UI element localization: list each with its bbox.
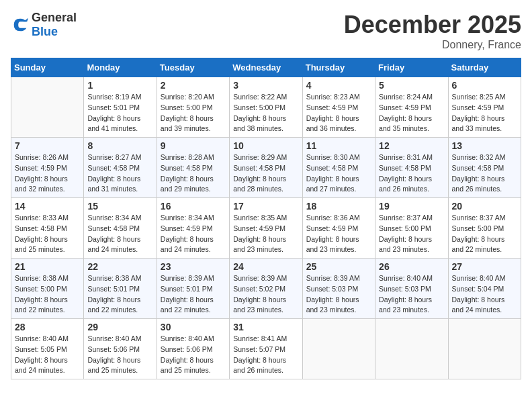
day-number: 22 xyxy=(87,261,152,272)
calendar-day-cell: 1Sunrise: 8:19 AMSunset: 5:01 PMDaylight… xyxy=(84,77,157,138)
day-number: 3 xyxy=(233,80,298,91)
day-info: Sunrise: 8:38 AMSunset: 5:00 PMDaylight:… xyxy=(15,273,80,316)
calendar-day-cell: 31Sunrise: 8:41 AMSunset: 5:07 PMDayligh… xyxy=(230,319,302,379)
day-number: 1 xyxy=(87,80,152,91)
calendar-week-row: 7Sunrise: 8:26 AMSunset: 4:59 PMDaylight… xyxy=(11,138,521,198)
day-number: 25 xyxy=(306,261,371,272)
calendar-day-cell: 14Sunrise: 8:33 AMSunset: 4:58 PMDayligh… xyxy=(11,198,84,259)
day-info: Sunrise: 8:39 AMSunset: 5:02 PMDaylight:… xyxy=(233,273,298,316)
logo: General Blue xyxy=(11,11,77,39)
calendar-day-cell: 11Sunrise: 8:30 AMSunset: 4:58 PMDayligh… xyxy=(302,138,375,198)
day-number: 5 xyxy=(379,80,444,91)
calendar-day-cell: 6Sunrise: 8:25 AMSunset: 4:59 PMDaylight… xyxy=(448,77,521,138)
day-info: Sunrise: 8:25 AMSunset: 4:59 PMDaylight:… xyxy=(452,92,517,134)
day-number: 29 xyxy=(87,322,152,332)
day-number: 9 xyxy=(161,140,226,151)
location-title: Donnery, France xyxy=(344,39,521,51)
title-section: December 2025 Donnery, France xyxy=(344,11,521,51)
day-info: Sunrise: 8:39 AMSunset: 5:03 PMDaylight:… xyxy=(306,273,371,316)
day-info: Sunrise: 8:37 AMSunset: 5:00 PMDaylight:… xyxy=(452,213,517,255)
calendar-day-cell xyxy=(11,77,84,138)
day-number: 20 xyxy=(452,201,517,212)
logo-blue-text: Blue xyxy=(32,25,58,38)
calendar-day-cell: 22Sunrise: 8:38 AMSunset: 5:01 PMDayligh… xyxy=(84,259,157,319)
calendar-week-row: 28Sunrise: 8:40 AMSunset: 5:05 PMDayligh… xyxy=(11,319,521,379)
day-number: 4 xyxy=(306,80,371,91)
month-title: December 2025 xyxy=(344,11,521,39)
calendar-day-cell: 7Sunrise: 8:26 AMSunset: 4:59 PMDaylight… xyxy=(11,138,84,198)
day-number: 17 xyxy=(233,201,298,212)
calendar-day-cell: 30Sunrise: 8:40 AMSunset: 5:06 PMDayligh… xyxy=(157,319,229,379)
day-info: Sunrise: 8:29 AMSunset: 4:58 PMDaylight:… xyxy=(233,152,298,195)
calendar-day-cell: 2Sunrise: 8:20 AMSunset: 5:00 PMDaylight… xyxy=(157,77,229,138)
calendar-day-cell: 27Sunrise: 8:40 AMSunset: 5:04 PMDayligh… xyxy=(448,259,521,319)
day-number: 27 xyxy=(452,261,517,272)
calendar-day-cell: 21Sunrise: 8:38 AMSunset: 5:00 PMDayligh… xyxy=(11,259,84,319)
calendar-day-cell: 25Sunrise: 8:39 AMSunset: 5:03 PMDayligh… xyxy=(302,259,375,319)
day-info: Sunrise: 8:28 AMSunset: 4:58 PMDaylight:… xyxy=(161,152,226,195)
day-info: Sunrise: 8:24 AMSunset: 4:59 PMDaylight:… xyxy=(379,92,444,134)
calendar-day-cell: 17Sunrise: 8:35 AMSunset: 4:59 PMDayligh… xyxy=(230,198,302,259)
day-number: 6 xyxy=(452,80,517,91)
calendar-day-cell: 5Sunrise: 8:24 AMSunset: 4:59 PMDaylight… xyxy=(375,77,448,138)
day-info: Sunrise: 8:27 AMSunset: 4:58 PMDaylight:… xyxy=(87,152,152,195)
day-info: Sunrise: 8:40 AMSunset: 5:06 PMDaylight:… xyxy=(87,334,152,376)
calendar-day-cell: 9Sunrise: 8:28 AMSunset: 4:58 PMDaylight… xyxy=(157,138,229,198)
day-info: Sunrise: 8:40 AMSunset: 5:05 PMDaylight:… xyxy=(15,334,80,376)
calendar-weekday-saturday: Saturday xyxy=(448,58,521,77)
day-number: 16 xyxy=(161,201,226,212)
logo-general-text: General xyxy=(32,11,77,24)
calendar-week-row: 1Sunrise: 8:19 AMSunset: 5:01 PMDaylight… xyxy=(11,77,521,138)
calendar-day-cell: 4Sunrise: 8:23 AMSunset: 4:59 PMDaylight… xyxy=(302,77,375,138)
day-info: Sunrise: 8:34 AMSunset: 4:58 PMDaylight:… xyxy=(87,213,152,255)
day-info: Sunrise: 8:40 AMSunset: 5:03 PMDaylight:… xyxy=(379,273,444,316)
day-number: 7 xyxy=(15,140,80,151)
calendar-table: SundayMondayTuesdayWednesdayThursdayFrid… xyxy=(11,58,521,379)
day-number: 26 xyxy=(379,261,444,272)
day-info: Sunrise: 8:39 AMSunset: 5:01 PMDaylight:… xyxy=(161,273,226,316)
calendar-week-row: 14Sunrise: 8:33 AMSunset: 4:58 PMDayligh… xyxy=(11,198,521,259)
calendar-day-cell: 24Sunrise: 8:39 AMSunset: 5:02 PMDayligh… xyxy=(230,259,302,319)
day-info: Sunrise: 8:32 AMSunset: 4:58 PMDaylight:… xyxy=(452,152,517,195)
day-info: Sunrise: 8:34 AMSunset: 4:59 PMDaylight:… xyxy=(161,213,226,255)
day-number: 15 xyxy=(87,201,152,212)
day-number: 21 xyxy=(15,261,80,272)
calendar-day-cell: 16Sunrise: 8:34 AMSunset: 4:59 PMDayligh… xyxy=(157,198,229,259)
day-info: Sunrise: 8:36 AMSunset: 4:59 PMDaylight:… xyxy=(306,213,371,255)
day-info: Sunrise: 8:40 AMSunset: 5:06 PMDaylight:… xyxy=(161,334,226,376)
calendar-day-cell xyxy=(302,319,375,379)
day-info: Sunrise: 8:33 AMSunset: 4:58 PMDaylight:… xyxy=(15,213,80,255)
calendar-weekday-sunday: Sunday xyxy=(11,58,84,77)
calendar-day-cell: 23Sunrise: 8:39 AMSunset: 5:01 PMDayligh… xyxy=(157,259,229,319)
day-number: 31 xyxy=(233,322,298,332)
calendar-day-cell: 20Sunrise: 8:37 AMSunset: 5:00 PMDayligh… xyxy=(448,198,521,259)
day-info: Sunrise: 8:30 AMSunset: 4:58 PMDaylight:… xyxy=(306,152,371,195)
calendar-weekday-wednesday: Wednesday xyxy=(230,58,302,77)
day-number: 2 xyxy=(161,80,226,91)
calendar-day-cell: 8Sunrise: 8:27 AMSunset: 4:58 PMDaylight… xyxy=(84,138,157,198)
calendar-day-cell: 13Sunrise: 8:32 AMSunset: 4:58 PMDayligh… xyxy=(448,138,521,198)
day-info: Sunrise: 8:31 AMSunset: 4:58 PMDaylight:… xyxy=(379,152,444,195)
calendar-day-cell: 19Sunrise: 8:37 AMSunset: 5:00 PMDayligh… xyxy=(375,198,448,259)
day-number: 8 xyxy=(87,140,152,151)
day-info: Sunrise: 8:20 AMSunset: 5:00 PMDaylight:… xyxy=(161,92,226,134)
day-info: Sunrise: 8:26 AMSunset: 4:59 PMDaylight:… xyxy=(15,152,80,195)
calendar-day-cell: 29Sunrise: 8:40 AMSunset: 5:06 PMDayligh… xyxy=(84,319,157,379)
day-number: 13 xyxy=(452,140,517,151)
calendar-weekday-tuesday: Tuesday xyxy=(157,58,229,77)
calendar-weekday-thursday: Thursday xyxy=(302,58,375,77)
day-info: Sunrise: 8:35 AMSunset: 4:59 PMDaylight:… xyxy=(233,213,298,255)
calendar-week-row: 21Sunrise: 8:38 AMSunset: 5:00 PMDayligh… xyxy=(11,259,521,319)
day-number: 10 xyxy=(233,140,298,151)
day-info: Sunrise: 8:23 AMSunset: 4:59 PMDaylight:… xyxy=(306,92,371,134)
calendar-day-cell xyxy=(375,319,448,379)
page-header: General Blue December 2025 Donnery, Fran… xyxy=(11,11,521,51)
day-number: 19 xyxy=(379,201,444,212)
day-number: 24 xyxy=(233,261,298,272)
day-number: 23 xyxy=(161,261,226,272)
calendar-day-cell: 28Sunrise: 8:40 AMSunset: 5:05 PMDayligh… xyxy=(11,319,84,379)
day-info: Sunrise: 8:22 AMSunset: 5:00 PMDaylight:… xyxy=(233,92,298,134)
day-info: Sunrise: 8:19 AMSunset: 5:01 PMDaylight:… xyxy=(87,92,152,134)
calendar-day-cell: 10Sunrise: 8:29 AMSunset: 4:58 PMDayligh… xyxy=(230,138,302,198)
day-number: 28 xyxy=(15,322,80,332)
